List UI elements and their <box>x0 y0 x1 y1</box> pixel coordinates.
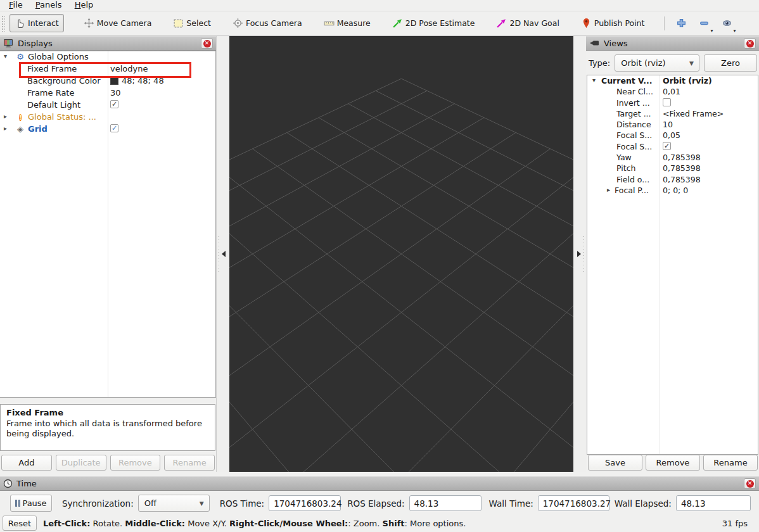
time-close-button[interactable]: ✕ <box>744 478 756 489</box>
nav-goal-tool-button[interactable]: 2D Nav Goal <box>492 15 563 32</box>
collapse-left-icon[interactable] <box>222 251 226 257</box>
splitter-dots <box>584 236 584 273</box>
gear-icon: ⚙ <box>15 52 25 62</box>
view-type-combobox[interactable]: Orbit (rviz) ▼ <box>615 54 699 72</box>
grid-checkbox[interactable] <box>110 124 118 132</box>
tree-row-fixed-frame[interactable]: Fixed Frame velodyne <box>0 63 215 75</box>
tree-row-target-frame[interactable]: Target ... <Fixed Frame> <box>587 108 758 119</box>
camera-icon <box>589 38 600 49</box>
close-icon: ✕ <box>203 40 211 48</box>
synchronization-combobox[interactable]: Off ▼ <box>138 495 210 512</box>
menu-bar: File Panels Help <box>0 0 759 11</box>
tree-row-current-view[interactable]: ▾ Current V... Orbit (rviz) <box>587 75 758 86</box>
description-title: Fixed Frame <box>6 408 209 419</box>
frame-rate-value[interactable]: 30 <box>110 88 121 98</box>
tree-row-frame-rate[interactable]: Frame Rate 30 <box>0 87 215 99</box>
expand-arrow-icon[interactable]: ▸ <box>4 113 7 120</box>
zero-button[interactable]: Zero <box>704 54 757 72</box>
expand-arrow-icon[interactable]: ▾ <box>592 77 596 84</box>
ruler-icon <box>324 18 335 28</box>
close-icon: ✕ <box>746 40 754 48</box>
expand-arrow-icon[interactable]: ▾ <box>4 53 7 60</box>
panel-splitter[interactable] <box>0 398 216 404</box>
tree-row-yaw[interactable]: Yaw 0,785398 <box>587 152 758 163</box>
invert-z-checkbox[interactable] <box>663 98 671 106</box>
publish-point-tool-button[interactable]: Publish Point <box>577 15 649 32</box>
tree-row-global-options[interactable]: ▾ ⚙ Global Options <box>0 51 215 63</box>
tree-row-focal-point[interactable]: ▸ Focal P... 0; 0; 0 <box>587 185 758 196</box>
pose-estimate-tool-button[interactable]: 2D Pose Estimate <box>388 15 480 32</box>
splitter-dots <box>219 236 219 273</box>
add-tool-button[interactable] <box>672 15 690 32</box>
pause-button[interactable]: Pause <box>10 495 52 512</box>
views-close-button[interactable]: ✕ <box>744 38 756 49</box>
select-tool-button[interactable]: Select <box>169 15 215 32</box>
chevron-down-icon: ▾ <box>710 28 713 34</box>
tree-row-distance[interactable]: Distance 10 <box>587 119 758 130</box>
rename-button[interactable]: Rename <box>164 455 215 471</box>
ros-elapsed-label: ROS Elapsed: <box>347 498 404 509</box>
tool-visibility-button[interactable]: ▾ <box>718 15 736 32</box>
ros-time-label: ROS Time: <box>220 498 264 509</box>
pause-icon <box>15 500 20 507</box>
focal-shape-checkbox[interactable] <box>663 142 671 150</box>
duplicate-button[interactable]: Duplicate <box>56 455 106 471</box>
status-bar: Reset Left-Click: Rotate. Middle-Click: … <box>0 514 759 532</box>
mouse-help-text: Left-Click: Rotate. Middle-Click: Move X… <box>43 519 466 528</box>
left-panel-collapse-strip[interactable] <box>216 36 229 472</box>
property-description-box: Fixed Frame Frame into which all data is… <box>0 404 215 451</box>
ros-time-field[interactable]: 1704716803.24 <box>269 495 341 511</box>
tree-row-focal-shape-size[interactable]: Focal S... 0,05 <box>587 130 758 141</box>
clock-icon <box>3 479 13 488</box>
view-type-row: Type: Orbit (rviz) ▼ Zero <box>589 54 757 72</box>
collapse-right-icon[interactable] <box>577 251 581 257</box>
main-area: Displays ✕ ▾ ⚙ Global Options Fixed Fram… <box>0 36 759 472</box>
remove-tool-button[interactable]: ▾ <box>695 15 713 32</box>
views-buttons: Save Remove Rename <box>588 455 758 471</box>
tree-row-default-light[interactable]: Default Light <box>0 99 215 111</box>
ros-elapsed-field[interactable]: 48.13 <box>409 495 482 511</box>
tree-row-global-status[interactable]: ▸ ! Global Status: ... <box>0 111 215 124</box>
background-color-value[interactable]: 48; 48; 48 <box>110 76 164 86</box>
default-light-checkbox[interactable] <box>110 100 118 108</box>
reset-button[interactable]: Reset <box>3 516 37 531</box>
chevron-down-icon: ▼ <box>689 60 694 66</box>
time-panel-content: Pause Synchronization: Off ▼ ROS Time: 1… <box>0 492 759 514</box>
tree-row-pitch[interactable]: Pitch 0,785398 <box>587 163 758 174</box>
tree-row-invert-z[interactable]: Invert ... <box>587 98 758 108</box>
move-camera-tool-button[interactable]: Move Camera <box>79 15 156 32</box>
menu-help[interactable]: Help <box>68 0 100 11</box>
fixed-frame-value[interactable]: velodyne <box>110 64 148 73</box>
interact-tool-button[interactable]: Interact <box>10 14 64 32</box>
displays-icon <box>3 38 14 49</box>
views-panel-title: Views <box>604 39 628 48</box>
focus-camera-tool-button[interactable]: Focus Camera <box>228 15 307 32</box>
displays-close-button[interactable]: ✕ <box>201 38 213 49</box>
render-viewport-3d[interactable] <box>229 36 573 472</box>
add-button[interactable]: Add <box>1 455 52 471</box>
menu-file[interactable]: File <box>3 0 29 11</box>
expand-arrow-icon[interactable]: ▸ <box>4 125 7 132</box>
toolbar-drag-handle[interactable] <box>1 15 5 32</box>
tree-row-near-clip[interactable]: Near Cl... 0,01 <box>587 86 758 97</box>
displays-buttons: Add Duplicate Remove Rename <box>1 455 215 471</box>
displays-tree: ▾ ⚙ Global Options Fixed Frame velodyne … <box>0 51 216 398</box>
remove-view-button[interactable]: Remove <box>646 455 700 471</box>
expand-arrow-icon[interactable]: ▸ <box>607 186 610 193</box>
remove-button[interactable]: Remove <box>110 455 161 471</box>
eye-icon <box>722 18 732 28</box>
views-tree: ▾ Current V... Orbit (rviz) Near Cl... 0… <box>587 75 758 455</box>
hand-icon <box>15 18 25 28</box>
menu-panels[interactable]: Panels <box>29 0 68 11</box>
tree-row-field-of-view[interactable]: Field o... 0,785398 <box>587 174 758 185</box>
rename-view-button[interactable]: Rename <box>703 455 758 471</box>
tree-row-background-color[interactable]: Background Color 48; 48; 48 <box>0 75 215 87</box>
move-camera-tool-label: Move Camera <box>97 18 152 28</box>
tree-row-focal-shape-fixed[interactable]: Focal S... <box>587 141 758 152</box>
wall-time-field[interactable]: 1704716803.27 <box>538 495 609 511</box>
wall-elapsed-field[interactable]: 48.13 <box>676 495 751 511</box>
measure-tool-button[interactable]: Measure <box>319 15 375 32</box>
tree-row-grid[interactable]: ▸ ◈ Grid <box>0 124 215 136</box>
right-panel-collapse-strip[interactable] <box>573 36 586 472</box>
save-button[interactable]: Save <box>588 455 642 471</box>
